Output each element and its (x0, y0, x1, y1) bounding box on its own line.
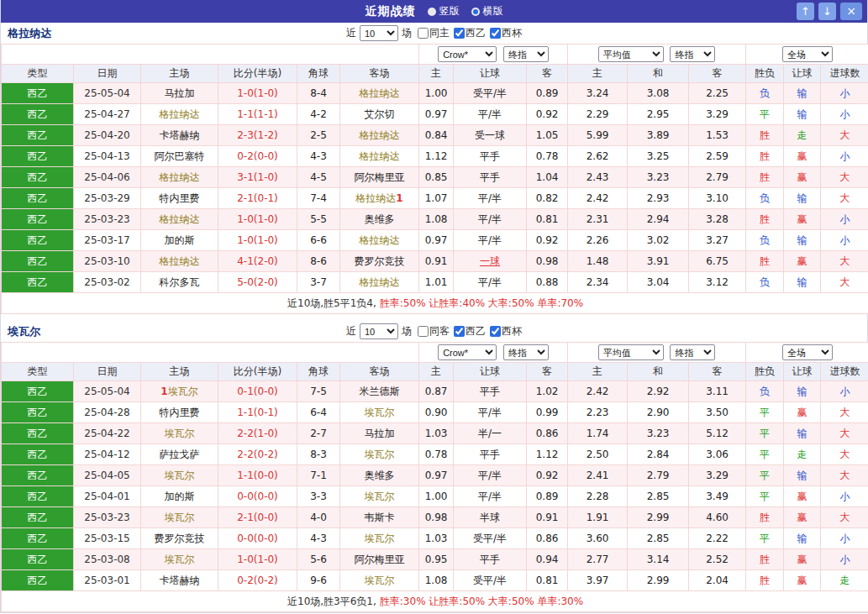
away-team[interactable]: 马拉加 (340, 423, 419, 444)
home-team[interactable]: 萨拉戈萨 (141, 444, 218, 465)
radio-button-icon (471, 8, 480, 16)
match-date: 25-03-01 (74, 570, 141, 591)
odds-source-row: Crow* 终指 平均值 终指 全场 (2, 45, 868, 65)
home-team-name: 埃瓦尔 (165, 470, 195, 481)
asian-time-select[interactable]: 终指 (503, 344, 549, 360)
sections-container: 格拉纳达 近 10 场 同主西乙西杯 Crow* 终指 (1, 23, 867, 612)
summary-record: 近10场,胜5平1负4, (287, 297, 376, 309)
euro-time-select[interactable]: 终指 (670, 344, 715, 360)
away-team[interactable]: 格拉纳达 (340, 230, 419, 251)
away-team[interactable]: 艾尔切 (340, 104, 419, 125)
home-team[interactable]: 埃瓦尔 (141, 423, 218, 444)
away-team[interactable]: 格拉纳达 (340, 272, 419, 293)
euro-draw-odds: 2.79 (628, 465, 689, 486)
away-team[interactable]: 格拉纳达1 (340, 188, 419, 209)
header-spacer (2, 343, 419, 363)
checkbox-input[interactable] (490, 326, 501, 337)
home-team[interactable]: 1埃瓦尔 (141, 381, 218, 402)
away-team[interactable]: 韦斯卡 (340, 507, 419, 528)
match-date: 25-03-17 (74, 230, 141, 251)
close-icon[interactable]: × (840, 3, 862, 20)
checkbox-input[interactable] (454, 28, 465, 39)
home-team[interactable]: 格拉纳达 (141, 167, 218, 188)
away-team[interactable]: 格拉纳达 (340, 83, 419, 104)
checkbox-input[interactable] (418, 28, 429, 39)
away-team[interactable]: 埃瓦尔 (340, 486, 419, 507)
match-date: 25-03-02 (74, 272, 141, 293)
home-team[interactable]: 特内里费 (141, 402, 218, 423)
bookmaker-select[interactable]: Crow* (438, 344, 497, 360)
checkbox-input[interactable] (454, 326, 465, 337)
column-header: 日期 (74, 65, 141, 83)
home-team[interactable]: 阿尔巴塞特 (141, 146, 218, 167)
corner-count: 8-3 (297, 444, 340, 465)
away-team[interactable]: 格拉纳达 (340, 125, 419, 146)
layout-radio-horizontal[interactable]: 横版 (471, 4, 503, 18)
euro-home-odds: 2.50 (568, 444, 628, 465)
filter-checkbox-option[interactable]: 同客 (415, 324, 450, 338)
corner-count: 9-6 (297, 570, 340, 591)
filter-checkbox-option[interactable]: 西乙 (451, 26, 486, 40)
away-team[interactable]: 埃瓦尔 (340, 528, 419, 549)
match-row: 西乙 25-04-12 萨拉戈萨 2-2(0-2) 8-3 埃瓦尔 0.78 平… (2, 444, 868, 465)
scope-select[interactable]: 全场 (782, 344, 833, 360)
asian-handicap-line: 平/半 (454, 209, 527, 230)
asian-handicap-line: 平/半 (454, 104, 527, 125)
checkbox-input[interactable] (418, 326, 429, 337)
away-team[interactable]: 阿尔梅里亚 (340, 167, 419, 188)
away-team[interactable]: 费罗尔竞技 (340, 251, 419, 272)
away-team[interactable]: 奥维多 (340, 465, 419, 486)
home-team[interactable]: 埃瓦尔 (141, 507, 218, 528)
home-team[interactable]: 格拉纳达 (141, 104, 218, 125)
league-type: 西乙 (2, 444, 74, 465)
home-team[interactable]: 费罗尔竞技 (141, 528, 218, 549)
euro-home-odds: 2.42 (568, 381, 628, 402)
home-team[interactable]: 马拉加 (141, 83, 218, 104)
filter-checkbox-option[interactable]: 西杯 (487, 324, 522, 338)
filter-checkbox-option[interactable]: 同主 (415, 26, 450, 40)
handicap-result: 走 (784, 444, 821, 465)
goals-result: 小 (821, 528, 868, 549)
score-halftime: 0-0(0-0) (218, 528, 297, 549)
away-team[interactable]: 格拉纳达 (340, 146, 419, 167)
filter-checkbox-option[interactable]: 西乙 (451, 324, 486, 338)
match-row: 西乙 25-03-23 格拉纳达 1-0(1-0) 5-5 奥维多 1.08 平… (2, 209, 868, 230)
handicap-result: 输 (784, 230, 821, 251)
layout-radio-vertical[interactable]: 竖版 (428, 4, 460, 18)
asian-time-select[interactable]: 终指 (503, 46, 549, 62)
asian-away-odds: 1.02 (527, 381, 568, 402)
away-team[interactable]: 奥维多 (340, 209, 419, 230)
away-team[interactable]: 埃瓦尔 (340, 444, 419, 465)
euro-source-select[interactable]: 平均值 (598, 46, 664, 62)
away-team[interactable]: 埃瓦尔 (340, 402, 419, 423)
home-team[interactable]: 特内里费 (141, 188, 218, 209)
home-team[interactable]: 埃瓦尔 (141, 549, 218, 570)
filter-bar: 近 10 场 同客西乙西杯 (346, 323, 522, 339)
move-down-icon[interactable]: ↓ (818, 3, 836, 20)
scope-select[interactable]: 全场 (782, 46, 833, 62)
away-team[interactable]: 阿尔梅里亚 (340, 549, 419, 570)
euro-source-select[interactable]: 平均值 (598, 344, 664, 360)
home-team[interactable]: 卡塔赫纳 (141, 125, 218, 146)
away-team[interactable]: 埃瓦尔 (340, 570, 419, 591)
asian-home-odds: 0.97 (419, 230, 454, 251)
home-team[interactable]: 卡塔赫纳 (141, 570, 218, 591)
home-team[interactable]: 加的斯 (141, 486, 218, 507)
euro-time-select[interactable]: 终指 (670, 46, 715, 62)
asian-handicap-line: 平手 (454, 444, 527, 465)
match-count-select[interactable]: 10 (360, 25, 398, 41)
home-team[interactable]: 加的斯 (141, 230, 218, 251)
match-result: 胜 (746, 167, 784, 188)
home-team[interactable]: 科尔多瓦 (141, 272, 218, 293)
match-date: 25-04-01 (74, 486, 141, 507)
home-team[interactable]: 埃瓦尔 (141, 465, 218, 486)
filter-checkbox-option[interactable]: 西杯 (487, 26, 522, 40)
move-up-icon[interactable]: ↑ (797, 3, 814, 20)
score-halftime: 0-1(0-0) (218, 381, 297, 402)
bookmaker-select[interactable]: Crow* (438, 46, 497, 62)
match-count-select[interactable]: 10 (360, 323, 398, 339)
home-team[interactable]: 格拉纳达 (141, 251, 218, 272)
home-team[interactable]: 格拉纳达 (141, 209, 218, 230)
away-team[interactable]: 米兰德斯 (340, 381, 419, 402)
checkbox-input[interactable] (490, 28, 501, 39)
